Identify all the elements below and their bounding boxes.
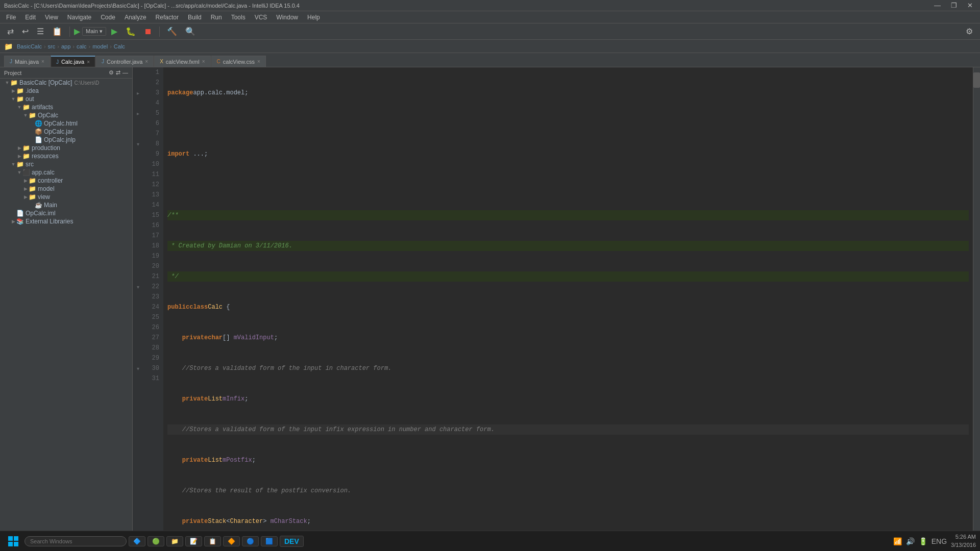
icon-controller: 📁 [29, 177, 36, 184]
tree-production[interactable]: ▶ 📁 production [0, 144, 132, 152]
taskbar-notes[interactable]: 📝 [185, 536, 202, 546]
icon-opcalcjar: 📦 [35, 128, 42, 135]
taskbar-explorer[interactable]: 📁 [166, 536, 183, 546]
tree-opcalcjar[interactable]: 📦 OpCalc.jar [0, 128, 132, 136]
breadcrumb-app[interactable]: app [61, 43, 70, 49]
tree-src[interactable]: ▼ 📁 src [0, 160, 132, 168]
tab-close-controller[interactable]: × [145, 59, 148, 64]
start-button[interactable] [4, 532, 22, 550]
toolbar-btn-3[interactable]: ☰ [34, 26, 47, 37]
sidebar-action-1[interactable]: ⚙ [109, 69, 114, 76]
tree-extlibs[interactable]: ▶ 📚 External Libraries [0, 217, 132, 226]
tree-resources[interactable]: ▶ 📁 resources [0, 152, 132, 160]
run-button[interactable]: ▶ [108, 26, 120, 37]
tab-calcjava[interactable]: J Calc.java × [51, 56, 95, 67]
fold-icon-30[interactable]: ▾ [137, 366, 139, 371]
taskbar-ps[interactable]: 🔵 [242, 536, 259, 546]
fold-icon-8[interactable]: ▾ [137, 141, 139, 147]
tree-idea[interactable]: ▶ 📁 .idea [0, 87, 132, 95]
menu-window[interactable]: Window [272, 13, 302, 22]
sidebar-action-3[interactable]: — [122, 69, 128, 76]
close-button[interactable]: ✕ [964, 1, 976, 10]
menu-view[interactable]: View [41, 13, 62, 22]
tree-model[interactable]: ▶ 📁 model [0, 185, 132, 193]
code-editor[interactable]: ▸ ▸ ▾ ▾ [133, 67, 980, 539]
tree-appcalc[interactable]: ▼ ⬛ app.calc [0, 168, 132, 177]
tree-basiccalc[interactable]: ▼ 📁 BasicCalc [OpCalc] C:\Users\D [0, 79, 132, 87]
tab-close-css[interactable]: × [257, 59, 260, 64]
tree-opcalc[interactable]: ▼ 📁 OpCalc [0, 111, 132, 119]
menu-run[interactable]: Run [207, 13, 226, 22]
run-icon: ▶ [74, 27, 80, 36]
tree-opcalcjnlp[interactable]: 📄 OpCalc.jnlp [0, 136, 132, 144]
tab-bar: J Main.java × J Calc.java × J Controller… [0, 53, 980, 67]
gutter-3: ▸ [133, 88, 143, 98]
menu-build[interactable]: Build [184, 13, 206, 22]
stop-button[interactable]: ⏹ [141, 26, 155, 37]
run-config-selector[interactable]: Main ▾ [82, 27, 106, 36]
menu-code[interactable]: Code [96, 13, 119, 22]
tree-main[interactable]: ☕ Main [0, 201, 132, 209]
tab-mainjava[interactable]: J Main.java × [4, 56, 50, 67]
minimize-button[interactable]: — [931, 1, 944, 10]
fold-icon-3[interactable]: ▸ [137, 90, 139, 96]
debug-button[interactable]: 🐛 [122, 26, 139, 37]
menu-file[interactable]: File [2, 13, 20, 22]
menu-vcs[interactable]: VCS [251, 13, 272, 22]
fold-icon-5[interactable]: ▸ [137, 111, 139, 116]
line-num-12: 12 [145, 180, 159, 190]
right-scrollbar[interactable] [973, 67, 980, 539]
code-line-9: private char[] mValidInput; [167, 333, 969, 343]
code-area[interactable]: package app.calc.model; import ...; /** … [163, 67, 973, 539]
toolbar-btn-2[interactable]: ↩ [19, 26, 32, 37]
fold-icon-22[interactable]: ▾ [137, 284, 139, 290]
tree-artifacts[interactable]: ▼ 📁 artifacts [0, 103, 132, 111]
toolbar-settings[interactable]: ⚙ [963, 26, 976, 37]
breadcrumb-basiccalc[interactable]: BasicCalc [17, 43, 42, 49]
menu-edit[interactable]: Edit [21, 13, 40, 22]
tree-out[interactable]: ▼ 📁 out [0, 95, 132, 103]
gutter-4 [133, 98, 143, 108]
taskbar-app2[interactable]: 🔶 [223, 536, 240, 546]
ps-icon: 🔵 [247, 538, 254, 545]
build-button[interactable]: 🔨 [164, 26, 180, 37]
svg-rect-2 [8, 542, 13, 546]
tree-opcalciml[interactable]: 📄 OpCalc.iml [0, 209, 132, 217]
gutter-6 [133, 118, 143, 129]
menu-tools[interactable]: Tools [227, 13, 250, 22]
tab-calcviewcss[interactable]: C calcView.css × [211, 56, 266, 67]
icon-main: ☕ [35, 202, 42, 209]
scrollbar-thumb[interactable] [973, 72, 980, 88]
maximize-button[interactable]: ❐ [948, 1, 960, 10]
taskbar-dev[interactable]: DEV [280, 536, 304, 547]
breadcrumb-src[interactable]: src [48, 43, 56, 49]
gutter-31 [133, 373, 143, 384]
breadcrumb-model[interactable]: model [92, 43, 108, 49]
menu-refactor[interactable]: Refactor [152, 13, 183, 22]
tree-view[interactable]: ▶ 📁 view [0, 193, 132, 201]
tab-close-main[interactable]: × [41, 59, 44, 64]
breadcrumb-calc[interactable]: calc [77, 43, 87, 49]
project-icon: 📁 [4, 42, 13, 51]
tab-calcviewfxml[interactable]: X calcView.fxml × [154, 56, 210, 67]
tree-opcalchtml[interactable]: 🌐 OpCalc.html [0, 119, 132, 128]
taskbar-tasks[interactable]: 📋 [204, 536, 221, 546]
tab-close-fxml[interactable]: × [202, 59, 205, 64]
label-basiccalc: BasicCalc [OpCalc] [19, 79, 72, 86]
taskbar-search[interactable] [24, 536, 127, 546]
label-view: view [38, 193, 50, 201]
toolbar-btn-4[interactable]: 📋 [49, 26, 65, 37]
toolbar-btn-5[interactable]: 🔍 [182, 26, 199, 37]
tree-controller[interactable]: ▶ 📁 controller [0, 177, 132, 185]
menu-analyze[interactable]: Analyze [120, 13, 151, 22]
sidebar-action-2[interactable]: ⇄ [116, 69, 120, 76]
breadcrumb-calcjava[interactable]: Calc [114, 43, 125, 49]
taskbar-lr[interactable]: 🟦 [261, 536, 278, 546]
taskbar-intellij[interactable]: 🔷 [129, 536, 145, 546]
taskbar-chrome[interactable]: 🟢 [148, 536, 164, 546]
tab-close-calc[interactable]: × [87, 59, 90, 65]
toolbar-btn-1[interactable]: ⇄ [4, 26, 17, 37]
menu-help[interactable]: Help [303, 13, 324, 22]
tab-controllerjava[interactable]: J Controller.java × [96, 56, 154, 67]
menu-navigate[interactable]: Navigate [63, 13, 95, 22]
